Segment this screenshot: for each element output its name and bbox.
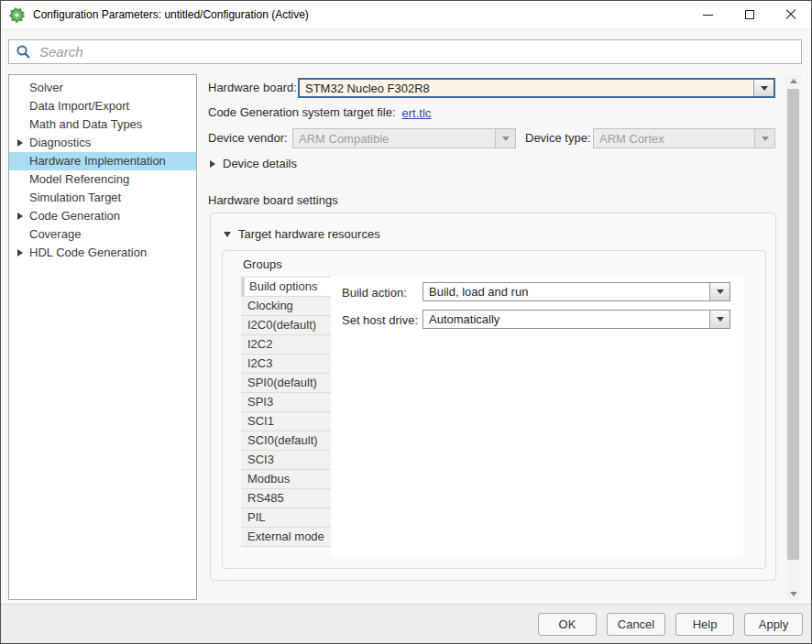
sidebar-item-label: Simulation Target: [29, 191, 121, 204]
expand-arrow-icon: [210, 160, 215, 168]
hardware-board-settings-panel: Target hardware resources Groups Build a…: [210, 213, 776, 581]
search-icon: [16, 44, 31, 60]
sidebar-item-data-import-export[interactable]: Data Import/Export: [9, 97, 196, 115]
set-host-drive-dropdown-button[interactable]: [709, 311, 730, 328]
apply-button[interactable]: Apply: [744, 613, 803, 636]
group-row-modbus[interactable]: Modbus: [241, 470, 331, 489]
sidebar-item-label: Hardware Implementation: [29, 154, 166, 168]
close-button[interactable]: [770, 1, 811, 28]
group-row-clocking[interactable]: Clocking: [241, 297, 331, 316]
maximize-button[interactable]: [729, 1, 770, 28]
target-hardware-resources-toggle[interactable]: Target hardware resources: [224, 227, 380, 241]
chevron-down-icon: [762, 136, 769, 141]
cancel-button[interactable]: Cancel: [607, 613, 665, 636]
group-row-external-mode[interactable]: External mode: [241, 528, 331, 547]
device-type-value: ARM Cortex: [594, 132, 754, 146]
simulink-config-gear-icon: [9, 7, 25, 23]
build-action-value: Build, load and run: [423, 285, 709, 299]
configuration-parameters-dialog: Configuration Parameters: untitled/Confi…: [0, 0, 812, 644]
device-type-select[interactable]: ARM Cortex: [593, 128, 775, 148]
set-host-drive-select[interactable]: Automatically: [422, 310, 730, 329]
group-row-sci1[interactable]: SCI1: [241, 412, 331, 431]
help-button[interactable]: Help: [675, 613, 734, 636]
build-action-dropdown-button[interactable]: [709, 283, 730, 300]
device-vendor-dropdown-button[interactable]: [495, 129, 515, 147]
chevron-down-icon: [717, 289, 724, 294]
device-vendor-label: Device vendor:: [208, 128, 288, 148]
group-row-pil[interactable]: PIL: [241, 508, 331, 528]
group-row-spi0[interactable]: SPI0(default): [241, 374, 331, 393]
search-box[interactable]: [8, 39, 802, 64]
target-hardware-resources-panel: Groups Build action: Build, load and run…: [222, 250, 766, 569]
triangle-down-icon: [790, 592, 797, 596]
minimize-button[interactable]: [687, 1, 729, 28]
target-file-row: Code Generation system target file: ert.…: [208, 104, 431, 122]
device-type-label: Device type:: [525, 128, 591, 148]
sidebar-item-label: Diagnostics: [29, 136, 91, 149]
titlebar: Configuration Parameters: untitled/Confi…: [1, 1, 811, 29]
hardware-board-settings-title: Hardware board settings: [208, 191, 338, 211]
sidebar-item-label: HDL Code Generation: [29, 246, 147, 259]
groups-list: Build options Clocking I2C0(default) I2C…: [241, 277, 331, 547]
sidebar-item-coverage[interactable]: Coverage: [9, 225, 196, 244]
sidebar-item-math-and-data-types[interactable]: Math and Data Types: [9, 115, 196, 134]
sidebar-item-label: Solver: [29, 81, 63, 94]
target-hardware-resources-title: Target hardware resources: [238, 227, 380, 241]
scroll-up-button[interactable]: [785, 74, 801, 87]
sidebar-item-label: Math and Data Types: [29, 117, 142, 131]
hardware-board-value: STM32 Nucleo F302R8: [300, 82, 753, 95]
group-row-sci0[interactable]: SCI0(default): [241, 431, 331, 451]
hardware-board-select[interactable]: STM32 Nucleo F302R8: [298, 78, 775, 98]
ok-button[interactable]: OK: [538, 613, 597, 636]
build-action-select[interactable]: Build, load and run: [422, 282, 730, 301]
device-vendor-select[interactable]: ARM Compatible: [292, 128, 516, 148]
vertical-scrollbar[interactable]: [785, 74, 801, 600]
group-row-i2c0[interactable]: I2C0(default): [241, 316, 331, 335]
sidebar-item-solver[interactable]: Solver: [9, 79, 196, 97]
sidebar-item-hardware-implementation[interactable]: Hardware Implementation: [9, 152, 196, 170]
category-tree: Solver Data Import/Export Math and Data …: [8, 74, 197, 600]
set-host-drive-label: Set host drive:: [342, 311, 418, 330]
hardware-board-label: Hardware board:: [208, 78, 297, 98]
ert-tlc-link[interactable]: ert.tlc: [402, 106, 432, 120]
group-row-rs485[interactable]: RS485: [241, 489, 331, 508]
expand-arrow-icon[interactable]: [17, 249, 23, 257]
device-vendor-value: ARM Compatible: [293, 132, 495, 146]
device-type-dropdown-button[interactable]: [754, 129, 774, 147]
build-action-label: Build action:: [342, 283, 407, 302]
expand-arrow-icon[interactable]: [17, 139, 23, 147]
group-settings-pane: Build action: Build, load and run Set ho…: [331, 277, 743, 557]
expand-arrow-icon[interactable]: [17, 213, 23, 220]
chevron-down-icon: [502, 136, 510, 141]
hardware-board-dropdown-button[interactable]: [753, 80, 774, 96]
chevron-down-icon: [761, 86, 768, 91]
sidebar-item-simulation-target[interactable]: Simulation Target: [9, 189, 196, 207]
target-file-label: Code Generation system target file:: [208, 103, 396, 123]
dialog-footer: OK Cancel Help Apply: [1, 604, 811, 643]
group-row-spi3[interactable]: SPI3: [241, 393, 331, 412]
triangle-up-icon: [790, 79, 797, 83]
window-title: Configuration Parameters: untitled/Confi…: [33, 8, 309, 21]
groups-label: Groups: [243, 257, 282, 271]
group-row-build-options[interactable]: Build options: [241, 278, 331, 297]
scrollbar-thumb[interactable]: [787, 89, 799, 560]
group-row-i2c2[interactable]: I2C2: [241, 335, 331, 355]
collapse-arrow-icon: [224, 232, 231, 237]
sidebar-item-code-generation[interactable]: Code Generation: [9, 207, 196, 225]
sidebar-item-diagnostics[interactable]: Diagnostics: [9, 134, 196, 152]
device-details-toggle[interactable]: Device details: [210, 157, 297, 170]
scroll-down-button[interactable]: [785, 587, 801, 600]
sidebar-item-label: Model Referencing: [29, 172, 129, 186]
chevron-down-icon: [717, 317, 724, 322]
sidebar-item-label: Data Import/Export: [29, 99, 129, 113]
sidebar-item-model-referencing[interactable]: Model Referencing: [9, 170, 196, 189]
sidebar-item-label: Code Generation: [29, 209, 120, 223]
maximize-icon: [745, 10, 754, 19]
minimize-icon: [703, 15, 713, 16]
group-row-sci3[interactable]: SCI3: [241, 451, 331, 470]
window-controls: [687, 1, 811, 28]
group-row-i2c3[interactable]: I2C3: [241, 355, 331, 374]
search-input[interactable]: [38, 43, 801, 60]
sidebar-item-hdl-code-generation[interactable]: HDL Code Generation: [9, 244, 196, 262]
set-host-drive-value: Automatically: [423, 312, 709, 326]
